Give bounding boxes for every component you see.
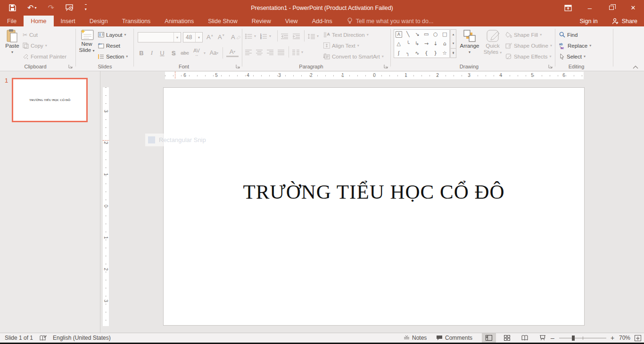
shape-gallery-item[interactable]: ╰: [404, 39, 413, 49]
drawing-dialog-launcher[interactable]: [548, 64, 553, 69]
select-caret[interactable]: ▾: [584, 54, 586, 59]
tab-animations[interactable]: Animations: [157, 16, 201, 26]
font-dialog-launcher[interactable]: [236, 64, 240, 69]
h-ruler-number: 4: [245, 73, 251, 78]
tab-insert[interactable]: Insert: [54, 16, 83, 26]
close-button[interactable]: ✕: [622, 0, 644, 16]
replace-caret[interactable]: ▾: [589, 43, 591, 48]
shape-gallery[interactable]: A╲↘▭○□△╰↳→↓⌂ʃ╮∿{}☆: [394, 29, 450, 58]
new-slide-caret: ▾: [92, 49, 94, 53]
tab-view[interactable]: View: [278, 16, 305, 26]
shape-gallery-item[interactable]: ☆: [440, 48, 450, 58]
find-button[interactable]: Find: [559, 30, 578, 40]
comments-button[interactable]: Comments: [436, 333, 472, 343]
shape-gallery-item[interactable]: ╮: [404, 48, 413, 58]
line-spacing-icon: [307, 34, 315, 39]
layout-caret: ▾: [124, 33, 126, 37]
drawing-group-label: Drawing: [450, 64, 488, 69]
font-size-combobox[interactable]: 48 ▾: [183, 32, 203, 42]
shape-gallery-item[interactable]: △: [394, 39, 404, 49]
new-slide-label1: New: [81, 41, 92, 47]
new-slide-button[interactable]: New Slide ▾: [77, 29, 96, 54]
tab-review[interactable]: Review: [245, 16, 278, 26]
zoom-in-button[interactable]: +: [611, 333, 614, 343]
shape-outline-button: Shape Outline ▾: [505, 41, 552, 50]
slide-canvas[interactable]: TRƯỜNG TIỂU HỌC CỔ ĐÔ: [163, 87, 585, 326]
h-ruler-number: 0: [372, 73, 377, 78]
select-button[interactable]: Select ▾: [559, 51, 586, 61]
shape-gallery-item[interactable]: ○: [431, 30, 440, 39]
fit-slide-to-window-button[interactable]: [635, 333, 641, 343]
shape-gallery-item[interactable]: ʃ: [394, 48, 404, 58]
new-slide-label2: Slide: [79, 47, 91, 53]
tell-me-box[interactable]: Tell me what you want to do...: [339, 16, 434, 26]
svg-text:ac: ac: [561, 46, 564, 49]
align-text-caret: ▾: [357, 43, 359, 48]
shape-gallery-up[interactable]: ▴: [451, 30, 456, 39]
shape-gallery-item[interactable]: ↘: [413, 30, 422, 39]
shape-gallery-item[interactable]: →: [422, 39, 431, 49]
zoom-out-button[interactable]: –: [551, 333, 554, 343]
zoom-slider-detent: [583, 336, 583, 340]
restore-button[interactable]: [601, 0, 622, 16]
language-indicator[interactable]: English (United States): [53, 333, 111, 343]
tab-design[interactable]: Design: [83, 16, 115, 26]
slide-indicator[interactable]: Slide 1 of 1: [5, 333, 33, 343]
shape-gallery-item[interactable]: ↓: [431, 39, 440, 49]
paragraph-dialog-launcher[interactable]: [384, 64, 388, 69]
clipboard-dialog-launcher[interactable]: [68, 64, 73, 69]
shape-gallery-item[interactable]: ⌂: [440, 39, 450, 49]
quick-styles-label1: Quick: [486, 43, 499, 49]
sign-in-link[interactable]: Sign in: [572, 18, 605, 25]
shape-gallery-more[interactable]: ▾: [451, 48, 456, 58]
font-size-caret[interactable]: ▾: [195, 33, 202, 42]
ribbon-display-options-button[interactable]: [557, 0, 579, 16]
align-text-icon: [323, 42, 330, 49]
zoom-level-button[interactable]: 70%: [619, 333, 630, 343]
shape-gallery-item[interactable]: {: [422, 48, 431, 58]
v-ruler-number: 1: [103, 172, 108, 177]
shape-gallery-item[interactable]: }: [431, 48, 440, 58]
slide-title-text[interactable]: TRƯỜNG TIỂU HỌC CỔ ĐÔ: [164, 180, 584, 203]
slide-sorter-view-button[interactable]: [500, 333, 514, 343]
normal-view-button[interactable]: [482, 333, 496, 343]
spell-check-button[interactable]: [40, 333, 47, 343]
reading-view-button[interactable]: [518, 333, 532, 343]
shape-gallery-down[interactable]: ▾: [451, 39, 456, 48]
tab-slide-show[interactable]: Slide Show: [201, 16, 245, 26]
text-direction-label: Text Direction: [332, 32, 365, 38]
zoom-slider-thumb[interactable]: [572, 336, 575, 341]
notes-button[interactable]: Notes: [404, 333, 427, 343]
layout-button[interactable]: Layout ▾: [98, 30, 126, 40]
tab-add-ins[interactable]: Add-Ins: [305, 16, 339, 26]
replace-button[interactable]: abac Replace ▾: [559, 41, 591, 50]
tab-transitions[interactable]: Transitions: [115, 16, 158, 26]
arrange-button[interactable]: Arrange ▾: [459, 29, 480, 55]
slideshow-view-button[interactable]: [536, 333, 550, 343]
numbering-icon: 123: [260, 34, 267, 39]
paste-button[interactable]: Paste ▾: [4, 29, 21, 55]
share-button[interactable]: Share: [605, 16, 644, 26]
font-name-caret[interactable]: ▾: [173, 33, 181, 42]
shape-gallery-item[interactable]: ∿: [413, 48, 422, 58]
tab-home[interactable]: Home: [24, 16, 53, 26]
collapse-ribbon-button[interactable]: [633, 62, 638, 72]
align-text-button: Align Text ▾: [323, 41, 359, 50]
paste-dropdown-caret[interactable]: ▾: [11, 49, 13, 55]
shape-gallery-item[interactable]: ╲: [404, 30, 413, 39]
shape-outline-caret: ▾: [550, 43, 552, 48]
shape-gallery-item[interactable]: ▭: [422, 30, 431, 39]
shape-gallery-item[interactable]: ↳: [413, 39, 422, 49]
shape-gallery-item[interactable]: □: [440, 30, 450, 39]
slide-thumbnail[interactable]: TRƯỜNG TIỂU HỌC CỔ ĐÔ: [12, 78, 88, 122]
section-button[interactable]: Section ▾: [98, 51, 128, 61]
font-name-combobox[interactable]: ▾: [138, 32, 181, 42]
shape-gallery-item[interactable]: A: [396, 31, 402, 38]
tab-file[interactable]: File: [0, 16, 24, 26]
minimize-button[interactable]: –: [579, 0, 601, 16]
slide-thumbnail-panel[interactable]: 1 TRƯỜNG TIỂU HỌC CỔ ĐÔ: [0, 71, 100, 333]
shape-fill-label: Shape Fill: [514, 32, 538, 38]
reset-button[interactable]: Reset: [98, 41, 120, 50]
line-spacing-button: ▾: [307, 31, 319, 41]
shape-gallery-scrollbar[interactable]: ▴ ▾ ▾: [450, 29, 456, 58]
